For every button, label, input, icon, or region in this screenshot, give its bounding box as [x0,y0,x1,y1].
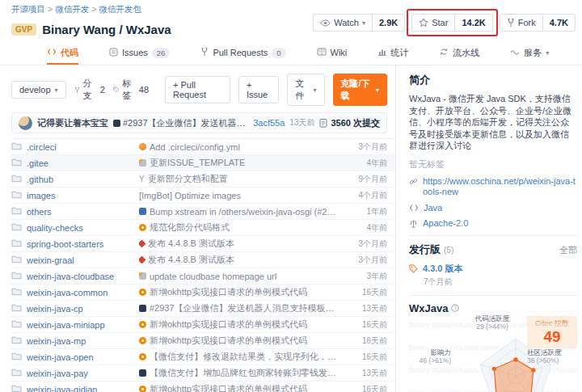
tags-count[interactable]: 标签 48 [113,78,149,102]
breadcrumb-link-wechat-dev[interactable]: 微信开发 [55,4,89,14]
folder-icon [11,255,22,265]
file-name-link[interactable]: .gitee [11,158,139,168]
file-name-link[interactable]: weixin-java-pay [11,368,139,378]
commit-date: 3年前 [340,271,387,282]
file-menu-button[interactable]: 文件 ▾ [287,74,324,106]
commit-message-link[interactable]: 规范化部分代码格式 [139,221,340,234]
commit-message-link[interactable]: #2937【企业微信】发送机器人消息支持模板卡片消息，客服消息支持以客... [139,302,340,314]
commit-message-link[interactable]: 更新ISSUE_TEMPLATE [139,157,340,169]
breadcrumb-link-projects[interactable]: 开源项目 [11,4,45,14]
homepage-link[interactable]: https://www.oschina.net/p/weixin-java-to… [409,176,577,197]
commit-message-link[interactable]: 新增okhttp实现接口请求的单例模式代码 [139,383,340,392]
file-name-link[interactable]: weixin-java-mp [11,335,139,346]
eye-icon [320,19,331,27]
tags-number: 48 [139,85,149,95]
commit-message-link[interactable]: 发布 4.4.8.B 测试版本 [139,238,340,250]
file-name-link[interactable]: weixin-java-qidian [11,384,139,392]
swirl-emoji-icon [139,224,146,231]
commit-message-link[interactable]: 新增okhttp实现接口请求的单例模式代码 [139,318,340,331]
tab-label: 服务 [524,47,542,59]
star-count[interactable]: 14.2K [454,15,491,31]
breadcrumb-link-wechat-sdk[interactable]: 微信开发包 [99,4,141,14]
commit-message-link[interactable]: Y更新部分文档和配置 [139,173,340,185]
file-name-link[interactable]: images [11,190,139,200]
folder-icon [11,222,22,233]
releases-title: 发行版 [409,242,441,257]
commit-message-link[interactable]: 新增okhttp实现接口请求的单例模式代码 [139,335,340,347]
tab-统计[interactable]: 统计 [377,44,408,65]
file-name-link[interactable]: spring-boot-starters [11,238,139,249]
topbar: 开源项目>微信开发>微信开发包 GVP Binary Wang / WxJava… [0,0,582,39]
file-name-link[interactable]: others [11,206,139,217]
file-name-link[interactable]: weixin-java-miniapp [11,319,139,330]
file-name-link[interactable]: weixin-java-common [11,287,139,297]
commit-message-link[interactable]: 发布 4.4.8.B 测试版本 [139,254,340,266]
commit-message-link[interactable]: 【微信支付】修改退款结果类，实现序列化，解决rpc调用报错；【开放平... [139,351,340,363]
license-link[interactable]: Apache-2.0 [409,218,577,228]
branches-number: 2 [100,85,105,95]
commit-author[interactable]: 记得要让着本宝宝 [37,117,108,129]
tab-label: Issues [122,48,148,57]
fork-button[interactable]: Fork [500,15,542,31]
file-name-link[interactable]: weixin-java-cp [11,303,139,314]
releases-all-link[interactable]: 全部 [559,244,577,256]
clone-download-button[interactable]: 克隆/下载 ▾ [333,74,388,106]
folder-icon [11,368,22,378]
avatar[interactable] [19,116,32,130]
file-name-link[interactable]: .circleci [11,141,139,152]
tab-流水线[interactable]: 流水线 [439,44,479,65]
pull-request-button[interactable]: + Pull Request [165,76,230,103]
branch-selector[interactable]: develop ▾ [11,81,66,99]
fork-label: Fork [518,18,536,27]
release-version: 4.3.0 版本 [423,263,463,275]
file-name-link[interactable]: .github [11,174,139,184]
commit-message-link[interactable]: Bump xstream in /others/weixin-java-osgi… [139,207,340,217]
release-item[interactable]: 4.3.0 版本 [409,263,577,275]
tab-Pull Requests[interactable]: Pull Requests0 [200,44,285,65]
toolbar: develop ▾ 分支 2 标签 48 + Pull Request + Is… [11,74,387,106]
star-button[interactable]: Star [412,15,454,31]
commit-message[interactable]: #2937【企业微信】发送机器人消息支持模板卡片消息，客服消息支持以客服... [113,117,248,129]
fork-emoji-icon: Y [139,175,145,183]
commit-message-link[interactable]: 【微信支付】增加品牌红包商家转账到零钱发放、查询批次、查询明细等接... [139,367,340,379]
watch-count[interactable]: 2.9K [372,15,404,31]
file-name-link[interactable]: quality-checks [11,222,139,233]
table-row: images[ImgBot] Optimize images4个月前 [11,188,395,204]
index-title: WxJava [409,302,448,314]
radar-axis-label: 影响力46 (>61%) [406,348,451,365]
branches-label: 分支 [83,78,97,102]
commit-message-link[interactable]: [ImgBot] Optimize images [139,191,340,200]
issue-button[interactable]: + Issue [238,76,279,103]
fork-count[interactable]: 4.7K [542,15,575,31]
tab-服务[interactable]: 服务▾ [510,44,549,65]
svg-text:?: ? [454,305,458,310]
commit-date: 3个月前 [340,141,387,153]
commit-hash[interactable]: 3acf55a [253,118,285,128]
commit-date: 4年前 [340,158,387,169]
language-link[interactable]: Java [409,203,577,213]
service-icon [510,48,520,57]
commit-message-link[interactable]: 新增okhttp实现接口请求的单例模式代码 [139,286,340,298]
swirl-emoji-icon [139,386,146,392]
tags-label: 标签 [122,78,136,102]
code-icon [409,204,419,212]
file-name-link[interactable]: weixin-java-open [11,352,139,362]
branches-count[interactable]: 分支 2 [74,78,105,102]
watch-button[interactable]: Watch ▾ [314,15,372,31]
gvp-badge: GVP [11,23,36,36]
commit-message-link[interactable]: Add .circleci/config.yml [139,142,340,152]
file-name-link[interactable]: weixin-graal [11,255,139,265]
watch-button-group: Watch ▾ 2.9K [313,14,405,32]
main-column: develop ▾ 分支 2 标签 48 + Pull Request + Is… [0,65,396,392]
homepage-url: https://www.oschina.net/p/weixin-java-to… [423,176,577,197]
tab-Issues[interactable]: Issues26 [109,44,170,65]
table-row: weixin-java-common新增okhttp实现接口请求的单例模式代码1… [11,285,395,301]
commits-count[interactable]: 3560 次提交 [319,117,380,129]
table-row: .githubY更新部分文档和配置9个月前 [11,171,395,188]
file-name-link[interactable]: weixin-java-cloudbase [11,271,139,281]
info-icon[interactable]: ? [451,304,459,312]
tab-Wiki[interactable]: Wiki [317,44,348,65]
tab-代码[interactable]: 代码 [47,44,78,65]
folder-icon [11,206,22,217]
commit-message-link[interactable]: update cloudbase homepage url [139,272,340,281]
